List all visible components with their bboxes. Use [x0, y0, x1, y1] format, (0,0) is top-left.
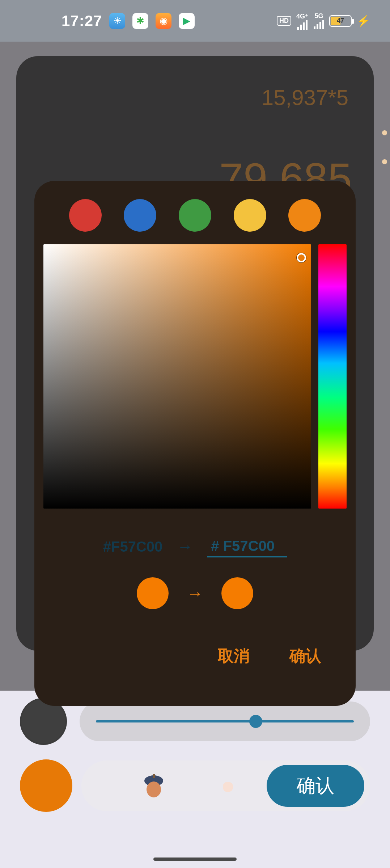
weather-icon: ☀	[109, 13, 125, 29]
bottom-controls: 确认	[0, 691, 390, 868]
deco-dot	[382, 159, 387, 164]
new-color-swatch	[221, 577, 253, 609]
preset-blue[interactable]	[124, 199, 156, 232]
confirm-button[interactable]: 确认	[289, 645, 321, 667]
deco-dot	[382, 130, 387, 135]
hd-badge: HD	[277, 16, 291, 26]
slider-thumb[interactable]	[249, 715, 262, 728]
thickness-slider[interactable]	[80, 701, 370, 741]
main-confirm-button[interactable]: 确认	[267, 765, 364, 807]
preset-orange[interactable]	[288, 199, 321, 232]
home-indicator[interactable]	[153, 858, 237, 861]
svg-rect-2	[153, 774, 155, 778]
current-hex-label: #F57C00	[103, 539, 163, 555]
flower-icon	[219, 778, 237, 796]
cancel-button[interactable]: 取消	[218, 645, 250, 667]
video-app-icon: ▶	[179, 13, 195, 29]
hex-input[interactable]: # F57C00	[207, 536, 287, 557]
current-color-swatch	[137, 577, 169, 609]
signal-4g-icon: 4G⁺	[296, 12, 309, 30]
arrow-right-icon: →	[187, 583, 203, 603]
preset-red[interactable]	[69, 199, 102, 232]
battery-icon: 47	[329, 15, 352, 27]
arrow-right-icon: →	[177, 538, 193, 556]
wechat-icon: ✱	[132, 13, 148, 29]
confirm-bar: 确认	[81, 760, 370, 811]
sv-thumb[interactable]	[297, 253, 306, 262]
charging-icon: ⚡	[357, 14, 370, 27]
svg-point-1	[147, 781, 161, 797]
preset-green[interactable]	[179, 199, 211, 232]
weibo-icon: ◉	[156, 13, 171, 29]
preset-yellow[interactable]	[234, 199, 266, 232]
saturation-value-panel[interactable]	[43, 244, 311, 509]
status-time: 17:27	[62, 12, 102, 30]
signal-5g-icon: 5G	[314, 12, 324, 29]
status-bar: 17:27 ☀ ✱ ◉ ▶ HD 4G⁺ 5G 47 ⚡	[0, 0, 390, 42]
current-color-button[interactable]	[20, 759, 72, 812]
acorn-icon	[143, 774, 165, 798]
hue-slider[interactable]	[318, 244, 347, 509]
color-picker-dialog: #F57C00 → # F57C00 → 取消 确认	[34, 181, 356, 706]
preset-color-row	[43, 199, 347, 244]
